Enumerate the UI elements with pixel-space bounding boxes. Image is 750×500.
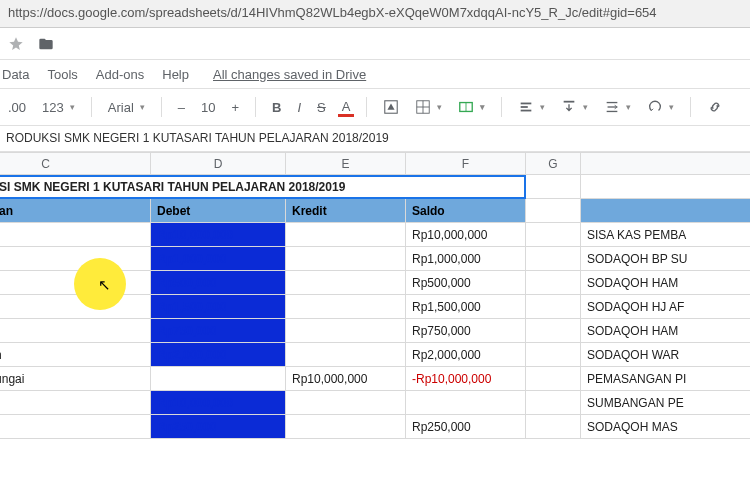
valign-button[interactable] <box>557 97 592 117</box>
url-bar[interactable]: https://docs.google.com/spreadsheets/d/1… <box>0 0 750 28</box>
cell-saldo[interactable]: Rp250,000 <box>406 415 526 439</box>
cell-debet[interactable]: Rp250,000 <box>151 415 286 439</box>
cell[interactable] <box>526 223 581 247</box>
title-row[interactable]: PRODUKSI SMK NEGERI 1 KUTASARI TAHUN PEL… <box>0 175 750 199</box>
strike-button[interactable]: S <box>313 98 330 117</box>
halign-button[interactable] <box>514 97 549 117</box>
cell-saldo[interactable]: Rp2,000,000 <box>406 343 526 367</box>
col-g[interactable]: G <box>526 153 581 175</box>
table-row[interactable]: daRp250,000Rp250,000SODAQOH MAS <box>0 415 750 439</box>
cell-debet[interactable]: Rp500,000 <box>151 271 286 295</box>
cell-kredit[interactable] <box>286 247 406 271</box>
cell-debet[interactable]: Rp2,000,000 <box>151 343 286 367</box>
cell-debet[interactable]: Rp10,000,000 <box>151 391 286 415</box>
cell-right[interactable]: SODAQOH HAM <box>581 271 751 295</box>
cell-saldo[interactable]: -Rp10,000,000 <box>406 367 526 391</box>
hdr-keterangan[interactable]: Keterangan <box>0 199 151 223</box>
table-row[interactable]: MushollahRp2,000,000Rp2,000,000SODAQOH W… <box>0 343 750 367</box>
cell-kredit[interactable] <box>286 343 406 367</box>
cell[interactable] <box>526 295 581 319</box>
cell-kredit[interactable] <box>286 319 406 343</box>
cell-keterangan[interactable]: ilon Ke Sungai <box>0 367 151 391</box>
table-row[interactable]: ahRp1,500,000Rp1,500,000SODAQOH HJ AF <box>0 295 750 319</box>
cell-keterangan[interactable]: Mushollah <box>0 343 151 367</box>
menu-data[interactable]: Data <box>2 67 29 82</box>
hdr-right[interactable] <box>581 199 751 223</box>
cell-kredit[interactable]: Rp10,000,000 <box>286 367 406 391</box>
table-row[interactable]: ilon Ke SungaiRp10,000,000-Rp10,000,000P… <box>0 367 750 391</box>
cell-kredit[interactable] <box>286 415 406 439</box>
table-row[interactable]: ijiRp1,000,000Rp1,000,000SODAQOH BP SU <box>0 247 750 271</box>
table-row[interactable]: AllahRp750,000Rp750,000SODAQOH HAM <box>0 319 750 343</box>
cell-right[interactable]: SODAQOH HJ AF <box>581 295 751 319</box>
cell-debet[interactable]: Rp10,000,000 <box>151 223 286 247</box>
title-cell[interactable]: PRODUKSI SMK NEGERI 1 KUTASARI TAHUN PEL… <box>0 175 526 199</box>
cell-right[interactable]: SODAQOH MAS <box>581 415 751 439</box>
menu-tools[interactable]: Tools <box>47 67 77 82</box>
star-icon[interactable] <box>6 34 26 54</box>
formula-bar[interactable]: RODUKSI SMK NEGERI 1 KUTASARI TAHUN PELA… <box>0 126 750 152</box>
cell-saldo[interactable]: Rp1,500,000 <box>406 295 526 319</box>
cell[interactable] <box>526 175 581 199</box>
wrap-button[interactable] <box>600 97 635 117</box>
borders-button[interactable] <box>411 97 446 117</box>
cell-keterangan[interactable]: ah <box>0 295 151 319</box>
cell[interactable] <box>526 199 581 223</box>
cell-right[interactable]: SISA KAS PEMBA <box>581 223 751 247</box>
header-row[interactable]: Keterangan Debet Kredit Saldo <box>0 199 750 223</box>
bold-button[interactable]: B <box>268 98 285 117</box>
font-size-down[interactable]: – <box>174 98 189 117</box>
col-e[interactable]: E <box>286 153 406 175</box>
cell[interactable] <box>526 367 581 391</box>
hdr-debet[interactable]: Debet <box>151 199 286 223</box>
cell[interactable] <box>581 175 751 199</box>
cell-kredit[interactable] <box>286 391 406 415</box>
cell-debet[interactable]: Rp1,000,000 <box>151 247 286 271</box>
table-row[interactable]: kabRp10,000,000SUMBANGAN PE <box>0 391 750 415</box>
col-h[interactable] <box>581 153 751 175</box>
italic-button[interactable]: I <box>293 98 305 117</box>
cell-saldo[interactable]: Rp500,000 <box>406 271 526 295</box>
cell-keterangan[interactable]: Allah <box>0 319 151 343</box>
cell-right[interactable]: PEMASANGAN PI <box>581 367 751 391</box>
cell-right[interactable]: SODAQOH HAM <box>581 319 751 343</box>
cell-saldo[interactable]: Rp10,000,000 <box>406 223 526 247</box>
col-d[interactable]: D <box>151 153 286 175</box>
menu-addons[interactable]: Add-ons <box>96 67 144 82</box>
fill-color-button[interactable] <box>379 97 403 117</box>
cell-keterangan[interactable]: kab <box>0 391 151 415</box>
col-c[interactable]: C <box>0 153 151 175</box>
cell-kredit[interactable] <box>286 271 406 295</box>
link-button[interactable] <box>703 97 727 117</box>
cell-debet[interactable] <box>151 367 286 391</box>
rotate-button[interactable] <box>643 97 678 117</box>
cell-right[interactable]: SODAQOH BP SU <box>581 247 751 271</box>
save-status[interactable]: All changes saved in Drive <box>213 67 366 82</box>
cell-right[interactable]: SODAQOH WAR <box>581 343 751 367</box>
cell[interactable] <box>526 391 581 415</box>
col-f[interactable]: F <box>406 153 526 175</box>
cell-saldo[interactable]: Rp1,000,000 <box>406 247 526 271</box>
cell-keterangan[interactable]: Allah <box>0 271 151 295</box>
hdr-kredit[interactable]: Kredit <box>286 199 406 223</box>
cell-keterangan[interactable]: agunan <box>0 223 151 247</box>
cell[interactable] <box>526 319 581 343</box>
decimal-button[interactable]: .00 <box>4 98 30 117</box>
cell-saldo[interactable]: Rp750,000 <box>406 319 526 343</box>
menu-help[interactable]: Help <box>162 67 189 82</box>
folder-icon[interactable] <box>36 34 56 54</box>
cell-kredit[interactable] <box>286 295 406 319</box>
cell-kredit[interactable] <box>286 223 406 247</box>
merge-button[interactable] <box>454 97 489 117</box>
table-row[interactable]: AllahRp500,000Rp500,000SODAQOH HAM <box>0 271 750 295</box>
cell-saldo[interactable] <box>406 391 526 415</box>
cell-debet[interactable]: Rp1,500,000 <box>151 295 286 319</box>
font-size-up[interactable]: + <box>228 98 244 117</box>
font-picker[interactable]: Arial <box>104 98 149 117</box>
font-size[interactable]: 10 <box>197 98 219 117</box>
cell-keterangan[interactable]: da <box>0 415 151 439</box>
text-color-button[interactable]: A <box>338 98 355 117</box>
column-headers[interactable]: C D E F G <box>0 153 750 175</box>
number-format-button[interactable]: 123 <box>38 98 79 117</box>
spreadsheet-grid[interactable]: ↖ C D E F G PRODUKSI SMK NEGERI 1 KUTASA… <box>0 152 750 439</box>
